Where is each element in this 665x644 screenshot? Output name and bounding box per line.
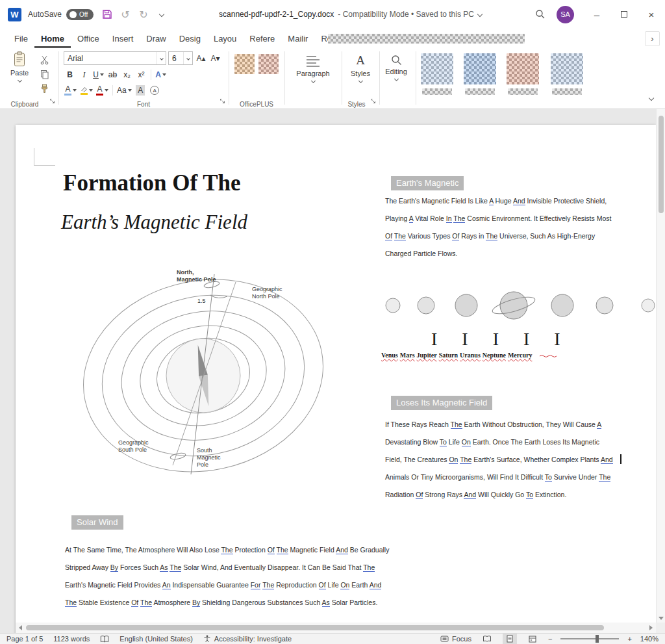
close-button[interactable]: × [638,0,665,29]
paragraph-button[interactable]: Paragraph [290,55,336,83]
zoom-slider[interactable] [560,638,619,639]
paragraph-2: If These Rays Reach The Earth Without Ob… [385,416,645,504]
vertical-scroll-thumb[interactable] [659,116,664,213]
font-color-button[interactable]: A [95,84,109,97]
font-size-select[interactable]: 6 [168,51,193,65]
cut-button[interactable] [38,53,51,66]
autosave-label: AutoSave [28,10,62,19]
paragraph-3: At The Same Time, The Atmosphere Will Al… [65,541,429,612]
language-indicator[interactable]: English (United States) [119,635,193,643]
focus-mode-button[interactable]: Focus [440,635,471,643]
highlight-button[interactable] [79,84,94,97]
styles-button[interactable]: A Styles [345,53,376,83]
styles-dialog-launcher[interactable] [370,95,376,107]
word-logo[interactable]: W [8,8,21,21]
more-tabs-button[interactable]: › [645,31,660,46]
clipboard-dialog-launcher[interactable] [49,95,55,107]
planet-mercury [642,299,655,312]
superscript-button[interactable]: x² [135,68,147,81]
scroll-down-icon[interactable] [659,617,664,620]
ribbon-tab-layou[interactable]: Layou [207,29,243,48]
ribbon-tab-home[interactable]: Home [34,29,71,48]
enclose-characters-button[interactable]: A [149,84,161,97]
scroll-left-icon[interactable] [19,625,22,630]
font-dialog-launcher[interactable] [220,95,225,107]
font-name-select[interactable]: Arial [64,51,166,65]
grow-font-icon: A▴ [196,54,205,63]
styles-group-label: Styles [342,101,371,108]
dialog-launcher-icon [220,98,225,104]
ribbon-tab-file[interactable]: File [8,29,34,48]
planet-name: Mercury [508,352,533,359]
read-mode-icon [483,636,492,642]
accessibility-checker[interactable]: Accessibility: Investigate [203,635,292,643]
proofing-button[interactable] [100,636,109,643]
scroll-right-icon[interactable] [649,625,653,630]
maximize-button[interactable] [610,0,638,29]
editing-button[interactable]: Editing [382,55,410,81]
ribbon-tab-desig[interactable]: Desig [173,29,207,48]
search-button[interactable] [531,5,550,24]
document-text-line: If These Rays Reach The Earth Without Ob… [385,416,645,433]
ribbon-tab-insert[interactable]: Insert [106,29,140,48]
vertical-scrollbar[interactable] [656,109,665,623]
paragraph-label: Paragraph [296,70,329,77]
grow-font-button[interactable]: A▴ [195,52,207,65]
page-indicator[interactable]: Page 1 of 5 [6,635,43,643]
ribbon-tab-office[interactable]: Office [71,29,106,48]
officeplus-tool-button-1[interactable] [234,54,255,74]
underline-button[interactable]: U [92,68,105,81]
subscript-button[interactable]: x₂ [121,68,133,81]
zoom-out-button[interactable]: − [548,635,552,643]
horizontal-scroll-thumb[interactable] [26,625,604,630]
minimize-button[interactable]: – [583,0,610,29]
format-painter-button[interactable] [38,82,51,95]
chevron-down-icon [159,12,164,17]
redacted-addin-groups [416,48,597,109]
redo-button[interactable]: ↻ [135,6,152,23]
redacted-addin-button-2[interactable] [464,53,496,84]
autosave-toggle[interactable]: Off [66,9,94,20]
format-painter-icon [40,84,49,94]
ribbon-tab-draw[interactable]: Draw [140,29,172,48]
autosave-state: Off [79,11,88,18]
character-shading-button[interactable]: A [134,84,147,97]
copy-button[interactable] [38,68,51,81]
document-title[interactable]: scanned-pdf-updf-2-1_Copy.docx - Compati… [170,10,531,19]
horizontal-scrollbar[interactable] [16,623,656,633]
collapse-ribbon-button[interactable] [645,92,657,105]
paste-button[interactable]: Paste [5,51,34,97]
redacted-addin-button-1[interactable] [421,53,453,84]
chevron-down-icon [17,78,21,83]
document-page[interactable]: Formation Of The Earth’s Magnetic Field [16,125,656,633]
read-mode-button[interactable] [480,634,494,644]
zoom-slider-thumb[interactable] [596,635,599,643]
shrink-font-button[interactable]: A▾ [209,52,221,65]
bold-button[interactable]: B [64,68,76,81]
customize-qat-button[interactable] [153,6,170,23]
print-layout-button[interactable] [503,634,517,644]
text-effects-letter-icon: A [64,85,71,96]
planet-name: Venus [381,352,398,359]
officeplus-tool-button-2[interactable] [258,54,279,74]
web-layout-button[interactable] [525,634,540,644]
document-text-line: Animals Or Tiny Microorganisms, Will Fin… [385,469,645,486]
ribbon-tab-refere[interactable]: Refere [243,29,281,48]
text-effects-gallery-button[interactable]: A [64,84,77,97]
planet-names: VenusMarsJupiterSaturnUranusNeptuneMercu… [381,352,533,359]
italic-button[interactable]: I [78,68,90,81]
maximize-icon [621,11,627,18]
planet-jupiter [455,294,477,316]
ribbon-tab-mailir[interactable]: Mailir [281,29,314,48]
zoom-level[interactable]: 140% [640,635,659,643]
zoom-in-button[interactable]: + [627,635,631,643]
avatar[interactable]: SA [557,6,574,23]
strikethrough-button[interactable]: ab [107,68,119,81]
change-case-button[interactable]: Aa [116,84,132,97]
redacted-addin-button-3[interactable] [507,53,539,84]
save-button[interactable] [99,6,116,23]
text-effects-button[interactable]: A [155,68,167,81]
word-count[interactable]: 1123 words [53,635,90,643]
redacted-addin-button-4[interactable] [551,53,583,84]
undo-button[interactable]: ↺ [117,6,134,23]
